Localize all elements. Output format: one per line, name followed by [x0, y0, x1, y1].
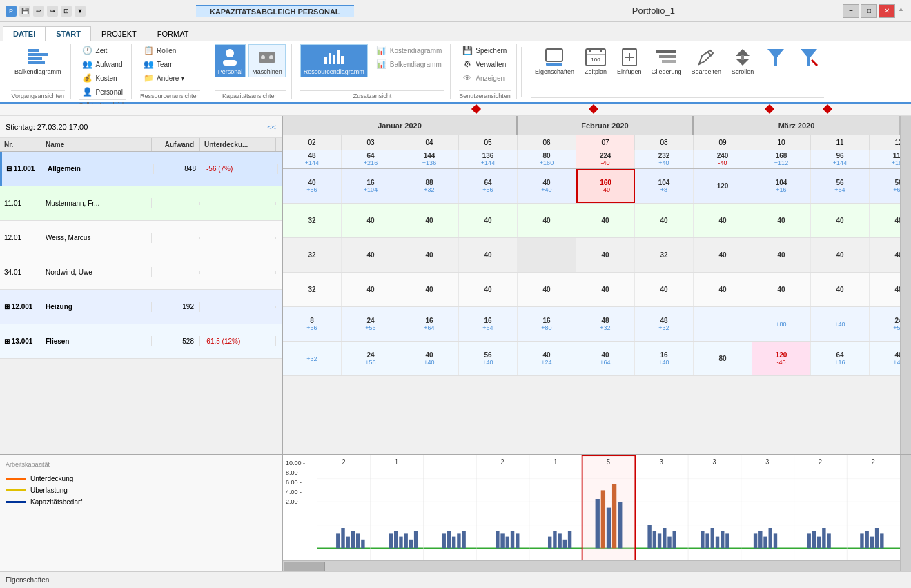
window-controls: − □ ✕ ▲	[843, 4, 905, 18]
vertical-scrollbar[interactable]	[900, 116, 911, 454]
svg-rect-3	[28, 49, 39, 52]
close-button[interactable]: ✕	[879, 4, 895, 18]
cell-name: Nordwind, Uwe	[41, 267, 152, 277]
kosten-button[interactable]: 💰 Kosten	[79, 72, 126, 84]
maximize-button[interactable]: □	[861, 4, 877, 18]
group-label-benutzer: Benutzeransichten	[459, 90, 511, 99]
balkendiagramm-bottom-button[interactable]: 📊 Balkendiagramm	[373, 58, 445, 70]
table-row[interactable]: 11.01 Mustermann, Fr...	[0, 186, 282, 221]
bearbeiten-button[interactable]: Bearbeiten	[688, 44, 725, 77]
cc-heiz-12: 24+56	[870, 307, 900, 341]
cc-allgemein-07: 160-40	[576, 169, 635, 203]
ressourcendiagramm-button[interactable]: Ressourcendiagramm	[300, 44, 368, 77]
minimize-button[interactable]: −	[843, 4, 859, 18]
svg-rect-96	[705, 533, 709, 548]
verwalten-button[interactable]: ⚙ Verwalten	[459, 58, 509, 70]
filter1-button[interactable]	[761, 44, 791, 70]
cell-nr: ⊞ 13.001	[0, 336, 41, 346]
table-body: ⊟ 11.001 Allgemein 848 -56 (7%) 11.01 Mu…	[0, 152, 282, 454]
svg-rect-71	[511, 531, 514, 548]
svg-rect-100	[725, 533, 729, 548]
group-soll-ist: 🕐 Zeit 👥 Aufwand 💰 Kosten 👤 Personal Sol…	[74, 44, 133, 99]
cc-must-03: 40	[342, 204, 400, 237]
cc-nord-04: 40	[400, 273, 459, 306]
anzeigen-button[interactable]: 👁 Anzeigen	[459, 72, 509, 84]
tab-projekt[interactable]: PROJEKT	[91, 26, 147, 41]
ribbon: Balkendiagramm Vorgangsansichten 🕐 Zeit …	[0, 41, 911, 104]
balkendiagramm-button[interactable]: Balkendiagramm	[11, 44, 65, 77]
month-jan: Januar 2020	[283, 116, 518, 135]
table-row[interactable]: 34.01 Nordwind, Uwe	[0, 255, 282, 290]
andere-button[interactable]: 📁 Andere ▾	[140, 72, 187, 84]
horizontal-scrollbar[interactable]	[283, 560, 900, 571]
window-icon[interactable]: ⊡	[61, 6, 72, 17]
tab-datei[interactable]: DATEI	[3, 26, 46, 41]
svg-rect-68	[496, 531, 499, 548]
personal-soll-button[interactable]: 👤 Personal	[79, 86, 126, 98]
zeit-button[interactable]: 🕐 Zeit	[79, 44, 126, 57]
cc-heiz-08: 48+32	[635, 307, 694, 341]
svg-rect-91	[663, 528, 666, 548]
verwalten-icon: ⚙	[462, 59, 473, 70]
cc-nord-07: 40	[576, 273, 635, 306]
tab-start[interactable]: START	[46, 26, 91, 41]
cc-weiss-02: 32	[283, 238, 342, 272]
tab-format[interactable]: FORMAT	[147, 26, 199, 41]
svg-rect-50	[341, 528, 344, 548]
cell-name: Fliesen	[41, 336, 152, 346]
team-button[interactable]: 👥 Team	[140, 58, 187, 70]
arbeit-label: Arbeitskapazität	[6, 461, 276, 468]
right-scrollbar[interactable]	[900, 455, 911, 571]
svg-text:100: 100	[591, 57, 600, 63]
cc-allgemein-09: 120	[694, 169, 752, 203]
personal-button[interactable]: Personal	[215, 44, 246, 77]
speichern-button[interactable]: 💾 Speichern	[459, 44, 509, 57]
nav-back[interactable]: <<	[267, 123, 276, 131]
table-row[interactable]: ⊟ 11.001 Allgemein 848 -56 (7%)	[0, 152, 282, 186]
cell-aufwand: 848	[154, 164, 202, 174]
svg-rect-70	[506, 537, 509, 549]
rollen-button[interactable]: 📋 Rollen	[140, 44, 187, 57]
svg-rect-64	[452, 537, 456, 549]
gliederung-button[interactable]: Gliederung	[647, 44, 685, 77]
cc-flie-06: 40+24	[518, 342, 576, 375]
svg-rect-118	[880, 533, 883, 548]
svg-rect-24	[656, 50, 676, 53]
svg-rect-92	[667, 537, 671, 549]
cc-flie-04: 40+40	[400, 342, 459, 375]
svg-rect-10	[329, 53, 331, 64]
maschinen-button[interactable]: Maschinen	[248, 44, 286, 77]
svg-line-27	[707, 52, 712, 56]
capacity-chart-svg: 2 1	[317, 455, 900, 571]
zusatz-small-items: 📊 Kostendiagramm 📊 Balkendiagramm	[373, 44, 445, 70]
chart-row-weiss: 32 40 40 40 40 32 40 40 40 40	[283, 238, 900, 273]
kostendiagramm-button[interactable]: 📊 Kostendiagramm	[373, 44, 445, 57]
table-row[interactable]: ⊞ 13.001 Fliesen 528 -61.5 (12%)	[0, 324, 282, 359]
undo-icon[interactable]: ↩	[33, 6, 44, 17]
save-icon[interactable]: 💾	[19, 6, 30, 17]
svg-line-33	[812, 60, 817, 66]
einfugen-button[interactable]: Einfügen	[614, 44, 645, 77]
cell-nr: ⊟ 11.001	[2, 164, 43, 174]
cc-must-11: 40	[811, 204, 870, 237]
svg-rect-108	[807, 533, 811, 548]
aufwand-button[interactable]: 👥 Aufwand	[79, 58, 126, 70]
table-row[interactable]: 12.01 Weiss, Marcus	[0, 221, 282, 255]
group-items: Personal Maschinen	[215, 44, 286, 89]
expand-icon[interactable]: ▼	[75, 6, 86, 17]
scrollen-button[interactable]: Scrollen	[727, 44, 758, 77]
filter2-button[interactable]	[794, 44, 824, 70]
cell-name: Heizung	[41, 302, 152, 312]
group-label-zusatz: Zusatzansicht	[300, 90, 445, 99]
table-row[interactable]: ⊞ 12.001 Heizung 192	[0, 290, 282, 324]
svg-rect-56	[389, 533, 393, 548]
eigenschaften-button[interactable]: Eigenschaften	[531, 44, 578, 77]
scroll-thumb[interactable]	[284, 562, 325, 571]
group-ressourcen: 📋 Rollen 👥 Team 📁 Andere ▾ Ressourcenans…	[135, 44, 206, 99]
svg-point-8	[269, 55, 273, 59]
redo-icon[interactable]: ↪	[47, 6, 58, 17]
cc-flie-07: 40+64	[576, 342, 635, 375]
zeitplan-button[interactable]: 100 Zeitplan	[580, 44, 611, 77]
active-title-tab[interactable]: KAPAZITäTSABGLEICH PERSONAL	[196, 5, 354, 17]
cell-aufwand: 528	[152, 336, 200, 346]
